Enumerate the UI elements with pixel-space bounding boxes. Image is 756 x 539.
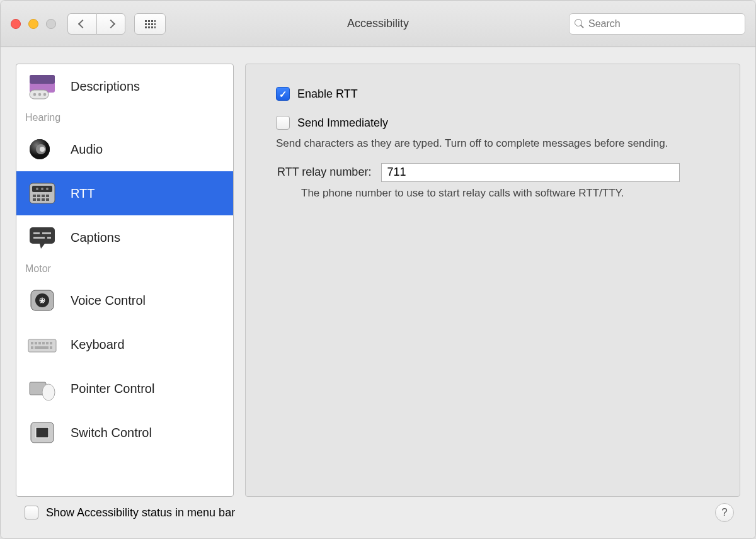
descriptions-icon — [25, 72, 59, 101]
chevron-left-icon — [77, 19, 86, 28]
sidebar-item-keyboard[interactable]: Keyboard — [16, 322, 233, 366]
svg-rect-36 — [38, 342, 41, 344]
relay-number-label: RTT relay number: — [277, 166, 371, 179]
send-immediately-checkbox[interactable] — [276, 116, 290, 130]
svg-rect-28 — [47, 237, 51, 239]
minimize-window-button[interactable] — [28, 19, 38, 29]
svg-rect-33 — [28, 339, 56, 352]
audio-icon — [25, 135, 59, 164]
sidebar-item-captions[interactable]: Captions — [16, 215, 233, 259]
nav-buttons — [67, 13, 125, 35]
svg-rect-42 — [50, 346, 52, 349]
svg-point-44 — [42, 384, 55, 400]
accessibility-window: Accessibility Descriptions Hearing — [0, 0, 756, 539]
chevron-right-icon — [106, 19, 115, 28]
sidebar-item-label: Switch Control — [71, 426, 152, 440]
svg-rect-12 — [36, 188, 38, 190]
svg-rect-38 — [46, 342, 49, 344]
svg-rect-20 — [37, 198, 40, 201]
svg-point-3 — [33, 93, 37, 96]
relay-number-row: RTT relay number: — [277, 163, 709, 182]
svg-rect-40 — [31, 346, 33, 349]
svg-rect-21 — [42, 198, 45, 201]
svg-point-5 — [43, 93, 47, 96]
close-window-button[interactable] — [11, 19, 21, 29]
svg-marker-24 — [40, 244, 45, 249]
switch-control-icon — [25, 418, 59, 447]
sidebar-item-pointer-control[interactable]: Pointer Control — [16, 366, 233, 411]
show-status-label: Show Accessibility status in menu bar — [46, 506, 235, 519]
sidebar-item-switch-control[interactable]: Switch Control — [16, 411, 233, 455]
footer: Show Accessibility status in menu bar ? — [16, 497, 740, 531]
svg-rect-19 — [33, 198, 36, 201]
sidebar-item-label: Keyboard — [71, 338, 125, 352]
svg-rect-27 — [33, 237, 45, 239]
enable-rtt-label: Enable RTT — [297, 88, 358, 101]
section-hearing: Hearing — [16, 108, 233, 127]
sidebar-item-rtt[interactable]: RTT — [16, 171, 233, 215]
enable-rtt-checkbox[interactable] — [276, 87, 290, 101]
svg-rect-23 — [30, 227, 55, 244]
svg-rect-26 — [42, 232, 51, 234]
zoom-window-button[interactable] — [46, 19, 56, 29]
sidebar-item-audio[interactable]: Audio — [16, 127, 233, 171]
section-motor: Motor — [16, 259, 233, 278]
svg-point-4 — [38, 93, 42, 96]
svg-rect-41 — [35, 346, 49, 349]
relay-number-input[interactable] — [381, 163, 680, 182]
svg-rect-1 — [30, 75, 55, 84]
panels: Descriptions Hearing Audio RTT — [16, 64, 740, 497]
detail-panel: Enable RTT Send Immediately Send charact… — [245, 64, 740, 497]
traffic-lights — [11, 19, 56, 29]
svg-rect-14 — [46, 188, 49, 190]
show-status-row: Show Accessibility status in menu bar — [25, 506, 235, 519]
help-button[interactable]: ? — [715, 503, 734, 522]
svg-rect-46 — [36, 428, 49, 438]
svg-rect-37 — [42, 342, 45, 344]
svg-rect-39 — [50, 342, 52, 344]
content-area: Descriptions Hearing Audio RTT — [1, 47, 755, 538]
sidebar-item-label: Audio — [71, 142, 103, 157]
captions-icon — [25, 223, 59, 252]
svg-point-9 — [40, 147, 45, 152]
sidebar-item-label: Descriptions — [71, 79, 140, 94]
send-immediately-label: Send Immediately — [297, 116, 388, 130]
sidebar-item-label: Captions — [71, 230, 120, 245]
send-immediately-description: Send characters as they are typed. Turn … — [276, 136, 679, 152]
search-icon — [575, 19, 585, 29]
svg-rect-25 — [33, 232, 40, 234]
svg-rect-22 — [46, 198, 49, 201]
grid-icon — [144, 20, 156, 28]
voice-control-icon — [25, 286, 59, 315]
keyboard-icon — [25, 330, 59, 359]
show-status-checkbox[interactable] — [25, 506, 38, 519]
titlebar: Accessibility — [1, 1, 755, 47]
sidebar-item-label: Pointer Control — [71, 382, 154, 396]
svg-rect-13 — [41, 188, 43, 190]
send-immediately-row: Send Immediately — [276, 116, 709, 130]
svg-rect-34 — [31, 342, 33, 344]
search-input[interactable] — [588, 18, 740, 30]
svg-rect-15 — [33, 195, 36, 197]
sidebar-item-descriptions[interactable]: Descriptions — [16, 64, 233, 108]
search-field[interactable] — [569, 13, 745, 35]
sidebar[interactable]: Descriptions Hearing Audio RTT — [16, 64, 234, 497]
pointer-control-icon — [25, 374, 59, 403]
forward-button[interactable] — [96, 13, 125, 35]
enable-rtt-row: Enable RTT — [276, 87, 709, 101]
sidebar-item-label: RTT — [71, 186, 95, 201]
svg-rect-18 — [46, 195, 49, 197]
sidebar-item-label: Voice Control — [71, 293, 146, 308]
svg-rect-16 — [37, 195, 40, 197]
sidebar-item-voice-control[interactable]: Voice Control — [16, 278, 233, 322]
svg-rect-35 — [35, 342, 37, 344]
back-button[interactable] — [67, 13, 96, 35]
svg-rect-17 — [42, 195, 45, 197]
relay-number-hint: The phone number to use to start relay c… — [301, 187, 709, 200]
rtt-icon — [25, 179, 59, 208]
show-all-button[interactable] — [134, 13, 166, 35]
